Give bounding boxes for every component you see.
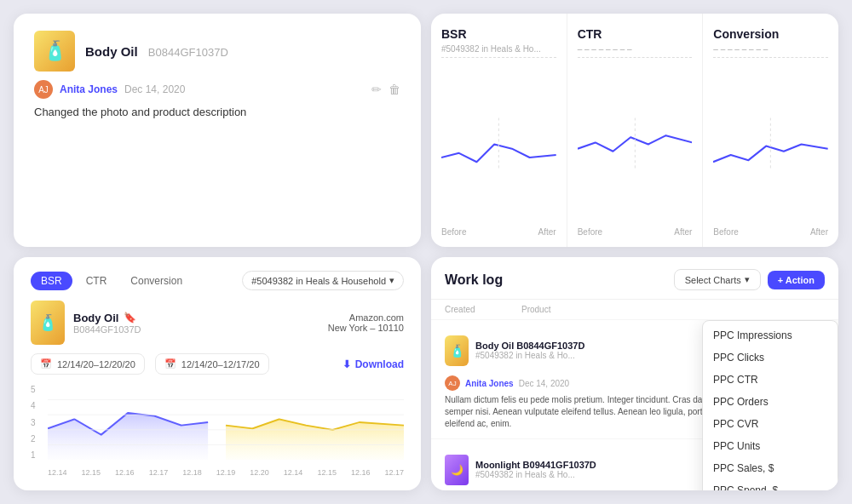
dropdown-ppc-spend[interactable]: PPC Spend, $ (703, 479, 838, 490)
product-image-bl: 🧴 (31, 301, 65, 345)
calendar-icon-2: 📅 (164, 358, 176, 369)
dropdown-ppc-units[interactable]: PPC Units (703, 435, 838, 457)
dropdown-ppc-sales[interactable]: PPC Sales, $ (703, 457, 838, 479)
bottom-left-card: BSR CTR Conversion #5049382 in Heals & H… (14, 257, 421, 490)
chevron-down-icon-wl: ▾ (745, 274, 750, 285)
product-name-bl: Body Oil (73, 312, 118, 324)
ctr-labels: Before After (578, 227, 693, 237)
download-button[interactable]: ⬇ Download (343, 358, 404, 370)
conversion-chart (713, 65, 828, 224)
product-name: Body Oil B0844GF1037D (85, 44, 228, 59)
date-range-1[interactable]: 📅 12/14/20–12/20/20 (31, 353, 145, 375)
dropdown-ppc-orders[interactable]: PPC Orders (703, 391, 838, 413)
product-meta-bl: Amazon.com New York – 10110 (328, 312, 404, 333)
entry-1-product-id: #5049382 in Heals & Ho... (475, 351, 584, 360)
dropdown-ppc-clicks[interactable]: PPC Clicks (703, 346, 838, 369)
bsr-chart (441, 65, 556, 224)
product-id-bl: B0844GF1037D (73, 324, 141, 335)
product-details-bl: Body Oil 🔖 B0844GF1037D (73, 312, 141, 335)
date-range-2[interactable]: 📅 12/14/20–12/17/20 (155, 353, 269, 375)
entry-1-date: Dec 14, 2020 (519, 379, 570, 388)
top-left-card: 🧴 Body Oil B0844GF1037D AJ Anita Jones D… (14, 14, 421, 247)
conversion-section: Conversion – – – – – – – – Before After (703, 14, 838, 247)
delete-icon[interactable]: 🗑 (389, 83, 400, 96)
avatar: AJ (34, 80, 53, 99)
edit-icon[interactable]: ✏ (371, 83, 382, 96)
author-date: Dec 14, 2020 (124, 83, 185, 95)
conversion-title: Conversion (713, 27, 828, 41)
tab-row: BSR CTR Conversion #5049382 in Heals & H… (31, 271, 404, 290)
action-button[interactable]: + Action (768, 271, 825, 289)
entry-1-product-name: Body Oil B0844GF1037D (475, 341, 584, 351)
worklog-title: Work log (445, 272, 674, 288)
worklog-columns: Created Product (431, 300, 838, 320)
chevron-down-icon: ▾ (389, 275, 394, 286)
conversion-subtitle: – – – – – – – – (713, 44, 828, 58)
entry-2-product-name: Moonlight B09441GF1037D (475, 460, 596, 470)
entry-2-product-id: #5049382 in Heals & Ho... (475, 470, 596, 479)
author-name: Anita Jones (60, 83, 118, 95)
ctr-section: CTR – – – – – – – – Before After (567, 14, 704, 247)
tab-ctr[interactable]: CTR (76, 272, 118, 290)
date-row: 📅 12/14/20–12/20/20 📅 12/14/20–12/17/20 … (31, 353, 404, 375)
bottom-right-card: Work log Select Charts ▾ + Action Create… (431, 257, 838, 490)
dropdown-ppc-ctr[interactable]: PPC CTR (703, 369, 838, 391)
dropdown-ppc-cvr[interactable]: PPC CVR (703, 413, 838, 435)
entry-1-product-info: Body Oil B0844GF1037D #5049382 in Heals … (475, 341, 584, 360)
action-icons: ✏ 🗑 (371, 83, 400, 96)
bsr-labels: Before After (441, 227, 556, 237)
x-labels: 12.1412.1512.1612.1712.1812.1912.2012.14… (48, 468, 404, 477)
entry-1-avatar: AJ (445, 375, 460, 391)
product-header: 🧴 Body Oil B0844GF1037D (34, 31, 400, 72)
tab-conversion[interactable]: Conversion (120, 272, 193, 290)
bsr-subtitle: #5049382 in Heals & Ho... (441, 44, 556, 58)
select-charts-button[interactable]: Select Charts ▾ (674, 269, 761, 290)
bsr-section: BSR #5049382 in Heals & Ho... Before Aft… (431, 14, 567, 247)
charts-dropdown: PPC Impressions PPC Clicks PPC CTR PPC O… (702, 320, 838, 490)
main-chart-area: 54321 (31, 385, 404, 477)
entry-1-author: Anita Jones (465, 379, 514, 388)
product-image: 🧴 (34, 31, 75, 72)
col-created-header: Created (445, 305, 521, 314)
tab-bsr[interactable]: BSR (31, 272, 72, 290)
y-axis: 54321 (31, 385, 44, 460)
svg-marker-4 (226, 419, 404, 460)
change-description: Changed the photo and product descriptio… (34, 106, 400, 118)
worklog-header: Work log Select Charts ▾ + Action (431, 257, 838, 300)
author-row: AJ Anita Jones Dec 14, 2020 ✏ 🗑 (34, 80, 400, 99)
bsr-title: BSR (441, 27, 556, 41)
download-icon: ⬇ (343, 358, 351, 370)
col-product-header: Product (521, 305, 825, 314)
marketplace-dropdown[interactable]: #5049382 in Heals & Household ▾ (242, 271, 404, 290)
ctr-chart (578, 65, 693, 224)
worklog-body: PPC Impressions PPC Clicks PPC CTR PPC O… (431, 320, 838, 490)
product-row: 🧴 Body Oil 🔖 B0844GF1037D Amazon.com New… (31, 301, 404, 345)
calendar-icon-1: 📅 (40, 358, 52, 369)
main-chart-svg (48, 385, 404, 460)
conversion-labels: Before After (713, 227, 828, 237)
top-right-card: BSR #5049382 in Heals & Ho... Before Aft… (431, 14, 838, 247)
entry-2-img: 🌙 (445, 455, 469, 485)
entry-1-img: 🧴 (445, 335, 469, 366)
ctr-subtitle: – – – – – – – – (578, 44, 693, 58)
ctr-title: CTR (578, 27, 693, 41)
bookmark-icon[interactable]: 🔖 (124, 312, 136, 324)
chart-inner (48, 385, 404, 460)
dropdown-ppc-impressions[interactable]: PPC Impressions (703, 324, 838, 346)
product-info: Body Oil B0844GF1037D (85, 44, 228, 59)
entry-2-product-info: Moonlight B09441GF1037D #5049382 in Heal… (475, 460, 596, 479)
